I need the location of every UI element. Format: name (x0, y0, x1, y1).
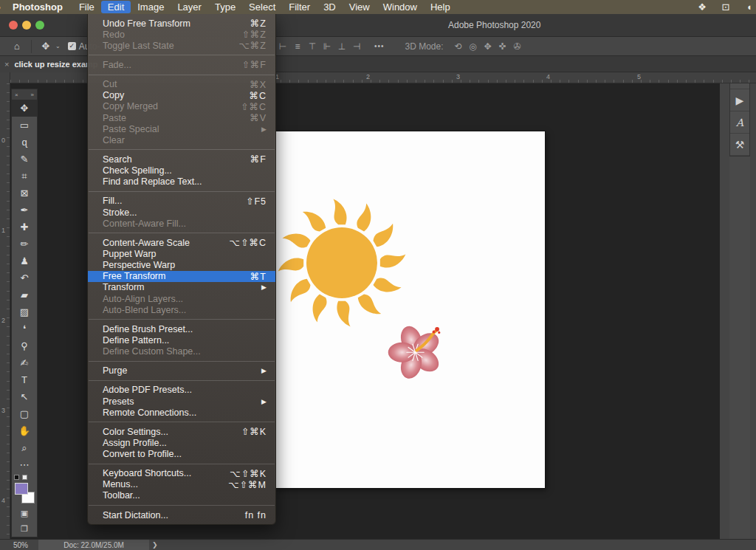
distribute-spacing-icon[interactable]: ⊣ (349, 41, 364, 52)
minimize-window-button[interactable] (22, 21, 31, 30)
close-palette-icon[interactable]: × (15, 92, 18, 98)
menu-item-convert-to-profile[interactable]: Convert to Profile... (88, 449, 275, 460)
menu-item-keyboard-shortcuts[interactable]: Keyboard Shortcuts...⌥⇧⌘K (88, 468, 275, 479)
canvas-document[interactable] (275, 131, 545, 488)
menu-item-search[interactable]: Search⌘F (88, 154, 275, 165)
crop-tool[interactable]: ⌗ (12, 168, 37, 185)
rectangular-marquee-tool[interactable]: ▭ (12, 117, 37, 134)
close-tab-icon[interactable]: × (4, 60, 9, 69)
distribute-tops-icon[interactable]: ⊤ (305, 41, 320, 52)
rectangle-tool[interactable]: ▢ (12, 405, 37, 422)
path-selection-tool[interactable]: ↖ (12, 388, 37, 405)
align-left-edges-icon[interactable]: ⊢ (275, 41, 290, 52)
pan-3d-icon[interactable]: ✥ (481, 41, 495, 52)
menu-item-puppet-warp[interactable]: Puppet Warp (88, 248, 275, 259)
zoom-level-field[interactable]: 50% (13, 541, 28, 549)
brush-tool[interactable]: ✏ (12, 236, 37, 252)
lasso-tool[interactable]: ɋ (12, 134, 37, 151)
quick-mask-icon[interactable]: ▣ (12, 506, 37, 521)
object-selection-tool[interactable]: ✎ (12, 151, 37, 168)
roll-3d-icon[interactable]: ◎ (466, 41, 481, 52)
menubar-item-layer[interactable]: Layer (171, 1, 208, 13)
menu-item-content-aware-scale[interactable]: Content-Aware Scale⌥⇧⌘C (88, 237, 275, 248)
dropbox-icon[interactable]: ❖ (695, 1, 709, 13)
chevron-down-icon[interactable]: ⌄ (55, 43, 61, 49)
menu-item-adobe-pdf-presets[interactable]: Adobe PDF Presets... (88, 385, 275, 396)
default-colors-icon[interactable] (14, 475, 35, 482)
type-tool[interactable]: T (12, 371, 37, 388)
menubar-item-3d[interactable]: 3D (317, 1, 343, 13)
history-brush-tool[interactable]: ↶ (12, 269, 37, 286)
zoom-window-button[interactable] (35, 21, 44, 30)
slide-3d-icon[interactable]: ✜ (495, 41, 510, 52)
creative-cloud-icon[interactable]: ◖ (743, 1, 756, 13)
eyedropper-tool[interactable]: ✒ (12, 202, 37, 219)
status-chevron-icon[interactable]: ❯ (152, 541, 158, 549)
pen-tool[interactable]: ✍ (12, 354, 37, 371)
align-horizontal-centers-icon[interactable]: ≡ (290, 41, 305, 52)
blur-tool[interactable]: ❛ (12, 320, 37, 337)
frame-tool[interactable]: ⊠ (12, 185, 37, 202)
menu-item-label: Menus... (103, 479, 228, 489)
sun-graphic[interactable] (271, 192, 413, 334)
menubar-item-image[interactable]: Image (131, 1, 171, 13)
move-tool-preset-icon[interactable]: ✥ (38, 41, 54, 52)
menu-item-toolbar[interactable]: Toolbar... (88, 490, 275, 501)
menu-item-copy[interactable]: Copy⌘C (88, 90, 275, 101)
camera-3d-icon[interactable]: ✇ (510, 41, 525, 52)
menu-item-check-spelling[interactable]: Check Spelling... (88, 165, 275, 176)
menu-item-color-settings[interactable]: Color Settings...⇧⌘K (88, 426, 275, 437)
zoom-tool[interactable]: ⌕ (12, 439, 37, 456)
menu-item-undo-free-transform[interactable]: Undo Free Transform⌘Z (88, 18, 275, 29)
gradient-tool[interactable]: ▨ (12, 303, 37, 320)
expand-palette-icon[interactable]: » (31, 92, 34, 98)
tool-presets-panel-icon[interactable]: ⚒ (730, 134, 749, 156)
apple-logo-icon[interactable]: ● (0, 2, 6, 13)
distribute-centers-icon[interactable]: ⊩ (320, 41, 334, 52)
menu-item-start-dictation[interactable]: Start Dictation...fn fn (88, 509, 275, 520)
close-window-button[interactable] (9, 21, 18, 30)
menu-item-find-and-replace-text[interactable]: Find and Replace Text... (88, 176, 275, 188)
dodge-tool[interactable]: ⚲ (12, 337, 37, 354)
menu-item-purge[interactable]: Purge▶ (88, 365, 275, 377)
menubar-item-view[interactable]: View (343, 1, 377, 13)
menubar-item-select[interactable]: Select (242, 1, 282, 13)
menubar-item-window[interactable]: Window (377, 1, 424, 13)
auto-select-checkbox[interactable]: ✓ (68, 42, 76, 50)
menu-item-assign-profile[interactable]: Assign Profile... (88, 437, 275, 448)
menubar-item-type[interactable]: Type (208, 1, 242, 13)
menu-item-fill[interactable]: Fill...⇧F5 (88, 196, 275, 207)
menu-item-free-transform[interactable]: Free Transform⌘T (88, 271, 275, 282)
distribute-bottoms-icon[interactable]: ⊥ (334, 41, 349, 52)
menubar-item-photoshop[interactable]: Photoshop (6, 1, 69, 13)
menubar-item-help[interactable]: Help (424, 1, 457, 13)
menu-item-stroke[interactable]: Stroke... (88, 207, 275, 218)
document-tab-label: click up resize examp (14, 60, 97, 69)
menubar-item-edit[interactable]: Edit (101, 1, 131, 13)
menubar-item-filter[interactable]: Filter (282, 1, 317, 13)
menu-item-perspective-warp[interactable]: Perspective Warp (88, 260, 275, 271)
clone-stamp-tool[interactable]: ♟ (12, 252, 37, 269)
menu-item-remote-connections[interactable]: Remote Connections... (88, 407, 275, 418)
edit-toolbar-ellipsis[interactable]: ⋯ (12, 456, 37, 473)
hibiscus-flower-graphic[interactable] (385, 316, 452, 379)
actions-panel-icon[interactable]: ▶ (730, 89, 749, 111)
screen-mode-icon[interactable]: ❐ (12, 521, 37, 537)
menubar-item-file[interactable]: File (72, 1, 101, 13)
orbit-3d-icon[interactable]: ⟲ (451, 41, 466, 52)
foreground-color-swatch[interactable] (15, 483, 28, 495)
menu-item-define-pattern[interactable]: Define Pattern... (88, 334, 275, 346)
vertical-ruler[interactable]: 01234 (0, 83, 10, 539)
home-icon[interactable]: ⌂ (9, 41, 25, 52)
more-options-icon[interactable]: ••• (374, 42, 385, 50)
menu-item-presets[interactable]: Presets▶ (88, 396, 275, 407)
spot-healing-brush-tool[interactable]: ✚ (12, 219, 37, 236)
styles-panel-icon[interactable]: A (730, 111, 749, 134)
eraser-tool[interactable]: ▰ (12, 286, 37, 303)
move-tool[interactable]: ✥ (12, 100, 37, 117)
menu-item-define-brush-preset[interactable]: Define Brush Preset... (88, 323, 275, 334)
menu-item-menus[interactable]: Menus...⌥⇧⌘M (88, 479, 275, 490)
hand-tool[interactable]: ✋ (12, 422, 37, 439)
menu-item-transform[interactable]: Transform▶ (88, 282, 275, 293)
display-icon[interactable]: ⊡ (719, 1, 732, 13)
